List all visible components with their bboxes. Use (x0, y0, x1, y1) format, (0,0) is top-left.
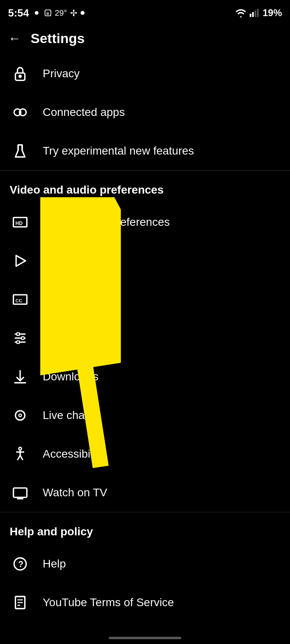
captions-label: Captions (43, 293, 87, 306)
live-chat-label: Live chat (43, 409, 88, 422)
lock-icon (10, 63, 31, 84)
status-bar: 5:54 B 29° 19% (0, 0, 290, 24)
svg-line-32 (20, 455, 23, 460)
connected-apps-label: Connected apps (43, 106, 125, 119)
play-icon (10, 250, 31, 271)
battery: 19% (263, 7, 282, 19)
svg-marker-16 (16, 256, 25, 266)
time: 5:54 (8, 7, 29, 19)
status-right-icons: 19% (235, 7, 282, 19)
help-icon: ? (10, 553, 31, 574)
svg-text:CC: CC (15, 298, 22, 303)
page-header: ← Settings (0, 24, 290, 54)
svg-point-9 (19, 75, 21, 77)
svg-point-27 (19, 414, 22, 417)
svg-rect-4 (250, 14, 251, 17)
page-title: Settings (31, 31, 85, 46)
svg-rect-24 (17, 341, 20, 344)
settings-item-watch-on-tv[interactable]: Watch on TV (0, 473, 290, 512)
accessibility-label: Accessibility (43, 448, 104, 460)
svg-rect-23 (21, 337, 24, 340)
svg-rect-33 (13, 488, 27, 497)
settings-item-live-chat[interactable]: Live chat (0, 396, 290, 435)
playback-label: Playback (43, 254, 89, 267)
download-icon (10, 366, 31, 387)
svg-rect-6 (255, 10, 256, 17)
settings-item-experimental[interactable]: Try experimental new features (0, 132, 290, 170)
cc-icon: CC (10, 289, 31, 310)
svg-point-28 (19, 447, 22, 450)
settings-item-privacy[interactable]: Privacy (0, 54, 290, 93)
section-heading-video-audio: Video and audio preferences (0, 171, 290, 203)
terms-label: YouTube Terms of Service (43, 596, 174, 609)
svg-point-0 (35, 11, 38, 14)
settings-item-captions[interactable]: CC Captions (0, 280, 290, 319)
settings-item-accessibility[interactable]: Accessibility (0, 435, 290, 473)
sliders-icon (10, 328, 31, 349)
settings-item-playback[interactable]: Playback (0, 242, 290, 280)
settings-item-video-quality[interactable]: HD Video quality preferences (0, 203, 290, 242)
hd-icon: HD (10, 212, 31, 233)
svg-point-3 (81, 11, 85, 15)
settings-item-connected-apps[interactable]: Connected apps (0, 93, 290, 132)
downloads-label: Downloads (43, 370, 99, 383)
svg-text:B: B (46, 12, 49, 16)
back-button[interactable]: ← (8, 31, 21, 46)
section-heading-help-policy: Help and policy (0, 512, 290, 545)
watch-on-tv-label: Watch on TV (43, 486, 107, 499)
svg-line-31 (17, 455, 20, 460)
settings-item-downloads[interactable]: Downloads (0, 357, 290, 396)
home-indicator (109, 637, 181, 639)
svg-text:HD: HD (15, 221, 23, 226)
status-icons: B 29° (32, 8, 85, 18)
flask-icon (10, 140, 31, 161)
tv-icon (10, 482, 31, 503)
connected-apps-icon (10, 102, 31, 123)
svg-point-26 (15, 411, 25, 420)
svg-rect-5 (252, 12, 254, 17)
privacy-label: Privacy (43, 67, 80, 80)
settings-item-terms[interactable]: YouTube Terms of Service (0, 583, 290, 622)
experimental-label: Try experimental new features (43, 144, 194, 157)
svg-text:?: ? (18, 559, 23, 569)
help-label: Help (43, 557, 66, 570)
settings-item-help[interactable]: ? Help (0, 545, 290, 583)
svg-rect-7 (257, 9, 259, 17)
svg-rect-22 (17, 333, 20, 336)
video-quality-label: Video quality preferences (43, 216, 170, 229)
document-icon (10, 592, 31, 613)
settings-item-data-saving[interactable]: Data saving (0, 319, 290, 357)
accessibility-icon (10, 444, 31, 464)
data-saving-label: Data saving (43, 332, 102, 345)
live-chat-icon (10, 405, 31, 426)
